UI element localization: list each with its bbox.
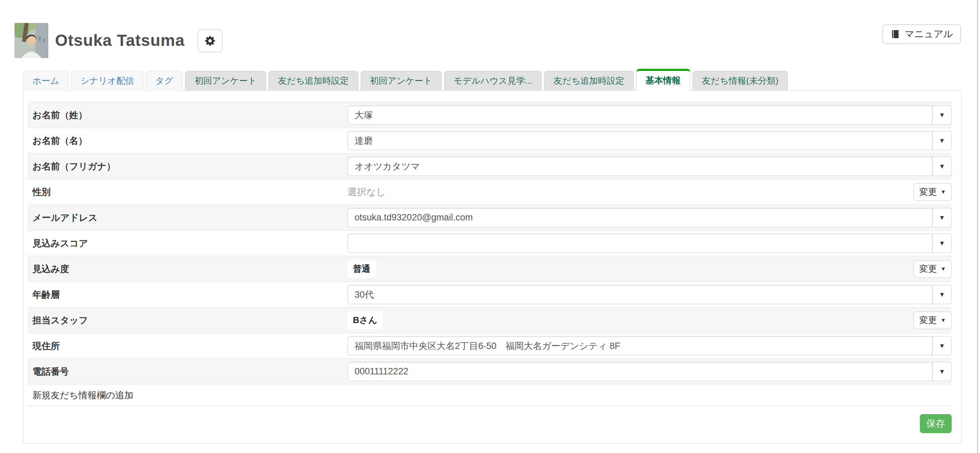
manual-button-label: マニュアル [905, 28, 953, 40]
field-value-chip: 普通 [347, 260, 376, 278]
field-label: お名前（姓） [32, 109, 347, 121]
row-first-name: お名前（名） ▼ [28, 128, 951, 154]
field-dropdown-button[interactable]: ▼ [932, 336, 951, 356]
chevron-down-icon: ▼ [940, 266, 946, 272]
field-label: 見込みスコア [32, 237, 347, 250]
row-prospect-level: 見込み度 普通 変更 ▼ [28, 256, 951, 282]
age-group-input[interactable] [347, 285, 932, 304]
chevron-down-icon: ▼ [939, 137, 945, 144]
chevron-down-icon: ▼ [939, 343, 945, 349]
address-input[interactable] [347, 336, 932, 356]
field-dropdown-button[interactable]: ▼ [932, 157, 951, 176]
field-input-group: ▼ [347, 336, 951, 356]
field-label: メールアドレス [32, 211, 347, 224]
change-button[interactable]: 変更 ▼ [913, 260, 951, 278]
row-prospect-score: 見込みスコア ▼ [28, 230, 951, 256]
tab-friend-add-settings-2[interactable]: 友だち追加時設定 [544, 71, 633, 91]
chevron-down-icon: ▼ [939, 215, 945, 221]
field-value-area: ▼ [347, 230, 951, 256]
change-button-label: 変更 [919, 314, 937, 326]
furigana-input[interactable] [347, 157, 932, 176]
field-input-group: ▼ [347, 234, 951, 253]
tab-friend-info-uncategorized[interactable]: 友だち情報(未分類) [693, 71, 788, 91]
first-name-input[interactable] [347, 131, 932, 150]
field-value-area: ▼ [347, 102, 951, 127]
save-button[interactable]: 保存 [920, 414, 951, 433]
tab-scenario-delivery[interactable]: シナリオ配信 [71, 71, 143, 91]
basic-info-form: お名前（姓） ▼ お名前（名） ▼ [28, 102, 951, 385]
field-value-area: 普通 変更 ▼ [347, 256, 951, 281]
tab-bar: ホームシナリオ配信タグ初回アンケート友だち追加時設定初回アンケートモデルハウス見… [23, 69, 790, 91]
chevron-down-icon: ▼ [939, 240, 945, 246]
book-icon [891, 29, 900, 39]
field-input-group: ▼ [347, 285, 951, 304]
row-address: 現住所 ▼ [28, 333, 951, 359]
field-label: 担当スタッフ [32, 314, 347, 326]
field-label: 見込み度 [32, 263, 347, 275]
row-age-group: 年齢層 ▼ [28, 282, 951, 307]
field-value-area: ▼ [347, 205, 951, 230]
field-value-area: ▼ [347, 128, 951, 153]
field-dropdown-button[interactable]: ▼ [932, 362, 951, 381]
basic-info-panel: お名前（姓） ▼ お名前（名） ▼ [23, 91, 962, 443]
tab-home[interactable]: ホーム [23, 71, 68, 91]
phone-input[interactable] [347, 362, 932, 381]
scrollbar-edge[interactable] [977, 0, 980, 453]
change-button-label: 変更 [919, 263, 937, 275]
tab-first-survey-2[interactable]: 初回アンケート [361, 71, 442, 91]
manual-button[interactable]: マニュアル [882, 24, 961, 44]
row-phone: 電話番号 ▼ [28, 359, 951, 385]
row-furigana: お名前（フリガナ） ▼ [28, 154, 951, 179]
chevron-down-icon: ▼ [940, 189, 946, 195]
email-input[interactable] [347, 208, 932, 227]
field-value-text: 選択なし [347, 186, 386, 199]
change-button[interactable]: 変更 ▼ [913, 312, 951, 329]
field-value-chip: Bさん [347, 311, 383, 329]
field-dropdown-button[interactable]: ▼ [932, 285, 951, 304]
profile-page: Otsuka Tatsuma マニュアル ホームシナリオ配信タグ初回アンケート友… [0, 0, 980, 453]
chevron-down-icon: ▼ [939, 163, 945, 170]
field-input-group: ▼ [347, 208, 951, 227]
field-label: 年齢層 [32, 289, 347, 301]
prospect-score-input[interactable] [347, 234, 932, 253]
field-label: 電話番号 [32, 366, 347, 378]
field-dropdown-button[interactable]: ▼ [932, 105, 951, 124]
field-label: 現住所 [32, 340, 347, 352]
field-input-group: ▼ [347, 362, 951, 381]
tab-basic-info[interactable]: 基本情報 [636, 69, 690, 91]
tab-model-house-tour[interactable]: モデルハウス見学... [444, 71, 542, 91]
avatar [14, 23, 48, 58]
field-value-area: ▼ [347, 359, 951, 384]
field-dropdown-button[interactable]: ▼ [932, 208, 951, 227]
field-label: お名前（フリガナ） [32, 161, 347, 173]
change-button-label: 変更 [919, 186, 937, 198]
field-input-group: ▼ [347, 131, 951, 150]
tab-tag[interactable]: タグ [146, 71, 183, 91]
field-dropdown-button[interactable]: ▼ [932, 234, 951, 253]
field-value-area: Bさん 変更 ▼ [347, 307, 951, 333]
field-value-area: ▼ [347, 333, 951, 359]
chevron-down-icon: ▼ [939, 112, 945, 118]
field-value-area: ▼ [347, 282, 951, 307]
last-name-input[interactable] [347, 105, 932, 124]
field-value-area: ▼ [347, 154, 951, 179]
row-gender: 性別 選択なし 変更 ▼ [28, 179, 951, 205]
change-button[interactable]: 変更 ▼ [913, 183, 951, 201]
field-input-group: ▼ [347, 157, 951, 176]
settings-button[interactable] [197, 29, 223, 52]
gear-icon [204, 35, 216, 47]
row-last-name: お名前（姓） ▼ [28, 102, 951, 128]
field-dropdown-button[interactable]: ▼ [932, 131, 951, 150]
chevron-down-icon: ▼ [939, 368, 945, 375]
field-label: お名前（名） [32, 135, 347, 147]
tab-friend-add-settings-1[interactable]: 友だち追加時設定 [269, 71, 358, 91]
field-label: 性別 [32, 186, 347, 198]
tab-first-survey-1[interactable]: 初回アンケート [185, 71, 266, 91]
field-input-group: ▼ [347, 105, 951, 124]
chevron-down-icon: ▼ [939, 291, 945, 298]
chevron-down-icon: ▼ [940, 318, 946, 323]
row-staff: 担当スタッフ Bさん 変更 ▼ [28, 307, 951, 333]
page-title: Otsuka Tatsuma [55, 29, 185, 52]
add-friend-info-field-link[interactable]: 新規友だち情報欄の追加 [28, 385, 951, 406]
row-email: メールアドレス ▼ [28, 205, 951, 230]
